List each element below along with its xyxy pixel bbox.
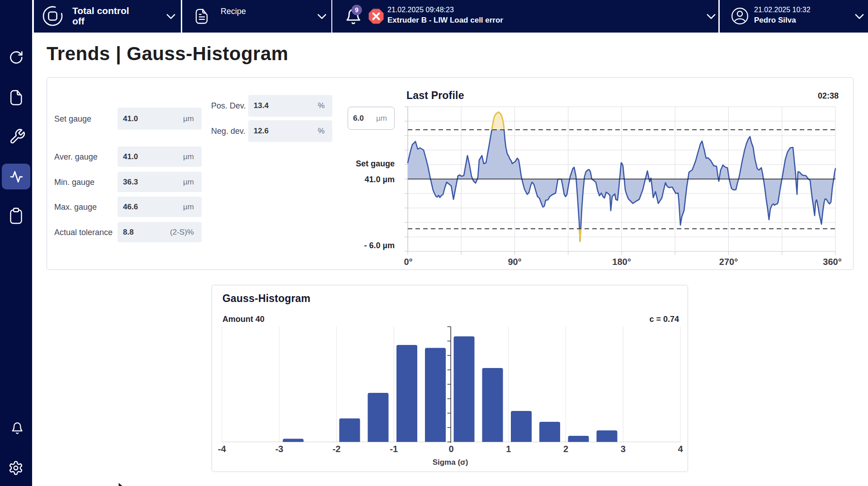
svg-text:9: 9 <box>355 6 359 14</box>
